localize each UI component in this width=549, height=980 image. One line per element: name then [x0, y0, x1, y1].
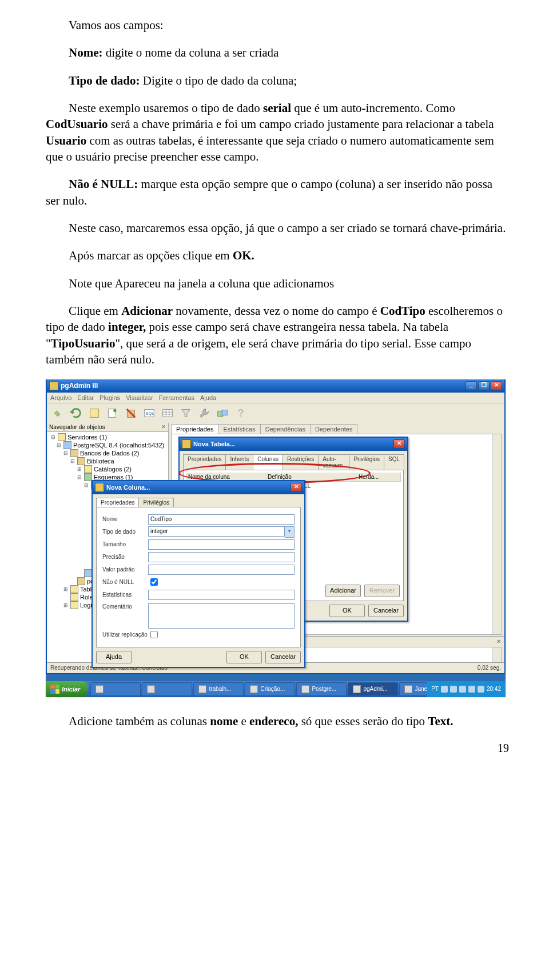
tray-icon[interactable]	[441, 686, 448, 693]
ttab-privilegios[interactable]: Privilégios	[349, 454, 384, 470]
tree-postgresql[interactable]: PostgreSQL 8.4 (localhost:5432)	[73, 442, 164, 449]
close-button[interactable]: ✕	[491, 381, 502, 390]
tray-icon[interactable]	[459, 686, 466, 693]
para-final: Adicione também as colunas nome e endere…	[46, 713, 509, 729]
tray-icon[interactable]	[468, 686, 475, 693]
label-precisao: Precisão	[102, 554, 148, 560]
tool-new-icon[interactable]	[105, 406, 120, 421]
col-hdr-herda[interactable]: Herda...	[356, 473, 401, 481]
svg-rect-5	[163, 409, 173, 417]
tool-plug-icon[interactable]	[50, 406, 65, 421]
tool-filter-icon[interactable]	[178, 406, 193, 421]
checkbox-naoenull[interactable]	[150, 578, 158, 586]
para-tipo: Tipo de dado: Digite o tipo de dado da c…	[46, 73, 509, 89]
ttab-propriedades[interactable]: Propriedades	[183, 454, 226, 470]
btn-coluna-ajuda[interactable]: Ajuda	[96, 651, 132, 663]
label-naoenull: Não é NULL	[102, 579, 148, 585]
input-precisao[interactable]	[148, 552, 295, 562]
menu-ajuda[interactable]: Ajuda	[200, 394, 216, 401]
btn-coluna-ok[interactable]: OK	[226, 651, 262, 663]
sql-close-icon[interactable]: ✕	[493, 638, 504, 645]
sql-scrollbar[interactable]	[492, 647, 502, 662]
tree-bancos[interactable]: Bancos de Dados (2)	[80, 450, 139, 457]
tool-sql-icon[interactable]: SQL	[142, 406, 157, 421]
nav-close-icon[interactable]: ✕	[161, 424, 166, 430]
ctab-privilegios[interactable]: Privilégios	[138, 498, 174, 507]
task-ie[interactable]	[90, 682, 141, 696]
menu-arquivo[interactable]: Arquivo	[50, 394, 71, 401]
tool-props-icon[interactable]	[87, 406, 102, 421]
label-nome: Nome	[102, 516, 148, 522]
nova-tabela-titlebar[interactable]: Nova Tabela... ✕	[180, 438, 407, 451]
tray-icon[interactable]	[478, 686, 484, 693]
label-tipo: Tipo de dado	[102, 529, 148, 535]
menu-ferramentas[interactable]: Ferramentas	[159, 394, 194, 401]
para-note: Note que Apareceu na janela a coluna que…	[46, 275, 509, 291]
nav-header: Navegador de objetos✕	[47, 423, 168, 432]
task-trabalho[interactable]: trabalh...	[193, 682, 244, 696]
ctab-propriedades[interactable]: Propriedades	[96, 498, 139, 507]
tab-propriedades[interactable]: Propriedades	[171, 424, 218, 434]
para-add: Clique em Adicionar novamente, dessa vez…	[46, 303, 509, 367]
nova-tabela-close[interactable]: ✕	[393, 439, 405, 449]
input-valorpadrao[interactable]	[148, 565, 295, 575]
tool-del-icon[interactable]	[124, 406, 138, 421]
menu-visualizar[interactable]: Visualizar	[126, 394, 153, 401]
task-postgre[interactable]: Postgre...	[296, 682, 347, 696]
btn-coluna-cancelar[interactable]: Cancelar	[265, 651, 301, 663]
tray-icon[interactable]	[450, 686, 457, 693]
tab-estatisticas[interactable]: Estatísticas	[218, 424, 260, 434]
screenshot: pgAdmin III _ ❐ ✕ Arquivo Editar Plugins…	[46, 379, 506, 697]
task-criacao[interactable]: Criação...	[245, 682, 295, 696]
ttab-restricoes[interactable]: Restrições	[283, 454, 319, 470]
menu-editar[interactable]: Editar	[77, 394, 94, 401]
tree-biblioteca[interactable]: Biblioteca	[87, 458, 114, 465]
input-tamanho[interactable]	[148, 539, 295, 550]
window-titlebar[interactable]: pgAdmin III _ ❐ ✕	[47, 379, 504, 393]
menu-plugins[interactable]: Plugins	[100, 394, 120, 401]
task-msn[interactable]	[142, 682, 192, 696]
tab-dependencias[interactable]: Dependências	[260, 424, 311, 434]
task-pgadmin[interactable]: pgAdmi...	[348, 682, 398, 696]
scrollbar-v[interactable]	[492, 434, 502, 634]
ttab-sql[interactable]: SQL	[384, 454, 404, 470]
para-nome: Nome: digite o nome da coluna a ser cria…	[46, 45, 509, 61]
checkbox-replicacao[interactable]	[150, 631, 158, 638]
start-button[interactable]: Iniciar	[46, 681, 88, 697]
input-estatisticas[interactable]	[148, 590, 295, 600]
tool-help-icon[interactable]: ?	[233, 406, 248, 421]
label-valorpadrao: Valor padrão	[102, 566, 148, 573]
maximize-button[interactable]: ❐	[478, 381, 490, 390]
dropdown-tipo-icon[interactable]: ▾	[285, 526, 295, 538]
clock[interactable]: 20:42	[487, 686, 501, 692]
tree-servidores[interactable]: Servidores (1)	[67, 434, 107, 441]
tool-refresh-icon[interactable]	[69, 406, 83, 421]
nova-coluna-close[interactable]: ✕	[291, 483, 302, 492]
task-janelac[interactable]: Janelac...	[399, 682, 427, 696]
folder-icon	[198, 685, 206, 693]
btn-tabela-cancelar[interactable]: Cancelar	[368, 605, 404, 617]
tool-plugin-icon[interactable]	[215, 406, 230, 421]
minimize-button[interactable]: _	[466, 381, 477, 390]
pgadmin-icon	[353, 685, 361, 693]
tree-catalogos[interactable]: Catálogos (2)	[94, 466, 132, 473]
tool-wrench-icon[interactable]	[197, 406, 212, 421]
btn-adicionar[interactable]: Adicionar	[325, 585, 361, 597]
ttab-colunas[interactable]: Colunas	[253, 454, 283, 470]
ttab-inherits[interactable]: Inherits	[225, 454, 253, 470]
app-icon	[49, 381, 58, 390]
para-ok: Após marcar as opções clique em OK.	[46, 247, 509, 263]
input-comentario[interactable]	[148, 603, 295, 629]
tool-grid-icon[interactable]	[160, 406, 175, 421]
input-nome[interactable]	[148, 514, 295, 525]
btn-tabela-ok[interactable]: OK	[329, 605, 365, 617]
nova-coluna-titlebar[interactable]: Nova Coluna... ✕	[93, 481, 304, 494]
input-tipo[interactable]	[148, 526, 285, 537]
main-tabs: Propriedades Estatísticas Dependências D…	[169, 423, 504, 434]
tab-dependentes[interactable]: Dependentes	[310, 424, 357, 434]
lang-indicator[interactable]: PT	[431, 686, 439, 692]
system-tray[interactable]: PT 20:42	[427, 681, 506, 697]
ttab-autovacuum[interactable]: Auto-vacuum	[318, 454, 349, 470]
label-estatisticas: Estatísticas	[102, 591, 148, 598]
windows-logo-icon	[50, 685, 59, 694]
